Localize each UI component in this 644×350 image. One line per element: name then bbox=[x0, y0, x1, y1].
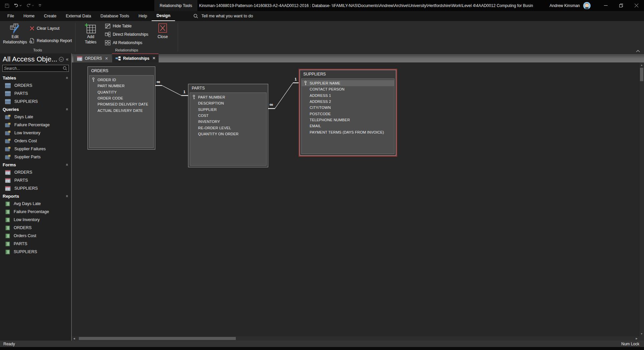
ribbon-tab-create[interactable]: Create bbox=[39, 11, 61, 21]
search-icon[interactable] bbox=[63, 66, 67, 70]
sidebar-item-queries-orders-cost[interactable]: Orders Cost bbox=[0, 137, 71, 145]
sidebar-item-queries-days-late[interactable]: Days Late bbox=[0, 113, 71, 121]
field-row-quantity[interactable]: QUANTITY bbox=[90, 89, 153, 95]
sidebar-item-forms-orders[interactable]: ORDERS bbox=[0, 168, 71, 176]
table-window-title[interactable]: ORDERS bbox=[88, 67, 155, 75]
table-window-title[interactable]: PARTS bbox=[188, 84, 268, 93]
relationships-canvas[interactable]: ∞1∞1 ▲ ▼ ORDERSORDER IDPART NUMBERQUANTI… bbox=[72, 62, 644, 336]
close-tab-icon[interactable]: ✕ bbox=[105, 56, 108, 61]
sidebar-item-forms-parts[interactable]: PARTS bbox=[0, 176, 71, 184]
field-row-quantity-on-order[interactable]: QUANTITY ON ORDER bbox=[190, 131, 266, 137]
field-row-contact-person[interactable]: CONTACT PERSON bbox=[302, 86, 394, 92]
sidebar-item-queries-supplier-failures[interactable]: Supplier Failures bbox=[0, 145, 71, 153]
hide-table-button[interactable]: Hide Table bbox=[105, 22, 148, 30]
collapse-section-icon[interactable]: » bbox=[64, 164, 69, 166]
search-input[interactable] bbox=[4, 66, 63, 71]
field-row-email[interactable]: EMAIL bbox=[302, 123, 394, 129]
table-window-parts[interactable]: PARTSPART NUMBERDESCRIPTIONSUPPLIERCOSTI… bbox=[188, 84, 268, 167]
sidebar-item-tables-orders[interactable]: ORDERS bbox=[0, 81, 71, 90]
vertical-scrollbar[interactable]: ▲ ▼ bbox=[639, 62, 644, 336]
edit-relationships-button[interactable]: EditRelationships bbox=[2, 22, 28, 44]
field-row-part-number[interactable]: PART NUMBER bbox=[90, 83, 153, 89]
sidebar-item-reports-orders[interactable]: ORDERS bbox=[0, 224, 71, 232]
sidebar-item-reports-parts[interactable]: PARTS bbox=[0, 240, 71, 248]
field-row-postcode[interactable]: POSTCODE bbox=[302, 111, 394, 117]
field-row-address-1[interactable]: ADDRESS 1 bbox=[302, 93, 394, 99]
field-row-order-code[interactable]: ORDER CODE bbox=[90, 95, 153, 101]
collapse-section-icon[interactable]: » bbox=[64, 108, 69, 111]
field-row-telephone-number[interactable]: TELEPHONE NUMBER bbox=[302, 117, 394, 123]
scroll-left-icon[interactable]: ◀ bbox=[72, 336, 76, 341]
field-row-promised-delivery-date[interactable]: PROMISED DELIVERY DATE bbox=[90, 101, 153, 107]
undo-icon[interactable] bbox=[14, 3, 22, 8]
add-tables-button[interactable]: AddTables bbox=[77, 22, 104, 44]
relationship-line-1[interactable] bbox=[275, 83, 293, 109]
collapse-ribbon-icon[interactable] bbox=[636, 50, 640, 52]
minimize-icon[interactable] bbox=[598, 0, 613, 11]
nav-section-header-tables[interactable]: Tables» bbox=[0, 74, 71, 81]
redo-icon[interactable] bbox=[26, 3, 34, 8]
ribbon-tab-external-data[interactable]: External Data bbox=[61, 11, 96, 21]
ribbon-tab-file[interactable]: File bbox=[3, 11, 19, 21]
shutter-close-icon[interactable]: « bbox=[66, 56, 68, 62]
scroll-down-icon[interactable]: ▼ bbox=[639, 331, 644, 336]
sidebar-item-reports-orders-cost[interactable]: Orders Cost bbox=[0, 232, 71, 240]
document-tab-relationships[interactable]: Relationships✕ bbox=[112, 53, 159, 62]
nav-menu-dropdown-icon[interactable] bbox=[59, 57, 64, 62]
nav-section-header-forms[interactable]: Forms» bbox=[0, 161, 71, 168]
ribbon-tab-home[interactable]: Home bbox=[19, 11, 39, 21]
field-row-order-id[interactable]: ORDER ID bbox=[90, 77, 153, 83]
sidebar-item-queries-low-inventory[interactable]: Low Inventory bbox=[0, 129, 71, 137]
sidebar-item-reports-avg-days-late[interactable]: Avg Days Late bbox=[0, 200, 71, 208]
account-user-name[interactable]: Andrew Kinsman bbox=[549, 3, 580, 8]
sidebar-item-reports-low-inventory[interactable]: Low Inventory bbox=[0, 216, 71, 224]
collapse-section-icon[interactable]: » bbox=[64, 77, 69, 79]
field-row-inventory[interactable]: INVENTORY bbox=[190, 119, 266, 125]
save-icon[interactable] bbox=[5, 3, 9, 8]
all-relationships-button[interactable]: All Relationships bbox=[105, 39, 148, 46]
vertical-scroll-thumb[interactable] bbox=[640, 68, 643, 81]
close-button[interactable]: Close bbox=[150, 22, 176, 39]
field-row-cost[interactable]: COST bbox=[190, 113, 266, 119]
scroll-up-icon[interactable]: ▲ bbox=[639, 62, 644, 67]
table-window-title[interactable]: SUPPLIERS bbox=[300, 70, 396, 78]
tell-me-search[interactable]: Tell me what you want to do bbox=[193, 11, 253, 21]
field-row-city-town[interactable]: CITY/TOWN bbox=[302, 105, 394, 111]
close-tab-icon[interactable]: ✕ bbox=[152, 56, 155, 60]
field-row-re-order-level[interactable]: RE-ORDER LEVEL bbox=[190, 125, 266, 131]
ribbon-tab-design[interactable]: Design bbox=[152, 11, 175, 21]
sidebar-item-reports-suppliers[interactable]: SUPPLIERS bbox=[0, 248, 71, 256]
table-window-orders[interactable]: ORDERSORDER IDPART NUMBERQUANTITYORDER C… bbox=[88, 66, 155, 150]
field-row-actual-delivery-date[interactable]: ACTUAL DELIVERY DATE bbox=[90, 107, 153, 113]
document-tab-orders[interactable]: ORDERS✕ bbox=[73, 54, 112, 62]
sidebar-item-forms-suppliers[interactable]: SUPPLIERS bbox=[0, 184, 71, 192]
horizontal-scroll-thumb[interactable] bbox=[79, 337, 236, 340]
sidebar-item-tables-suppliers[interactable]: SUPPLIERS bbox=[0, 98, 71, 106]
sidebar-item-queries-supplier-parts[interactable]: Supplier Parts bbox=[0, 153, 71, 161]
nav-search-box[interactable] bbox=[2, 65, 69, 72]
sidebar-item-reports-failure-percentage[interactable]: Failure Percentage bbox=[0, 208, 71, 216]
ribbon-tab-database-tools[interactable]: Database Tools bbox=[96, 11, 134, 21]
contextual-tab-header[interactable]: Relationship Tools bbox=[154, 0, 197, 11]
scroll-right-icon[interactable]: ▶ bbox=[634, 336, 639, 341]
restore-icon[interactable] bbox=[613, 0, 629, 11]
relationship-line-0[interactable] bbox=[162, 85, 181, 96]
nav-section-header-queries[interactable]: Queries» bbox=[0, 106, 71, 113]
sidebar-item-queries-failure-percentage[interactable]: Failure Percentage bbox=[0, 121, 71, 129]
horizontal-scrollbar[interactable]: ◀ ▶ bbox=[72, 336, 644, 341]
field-row-supplier[interactable]: SUPPLIER bbox=[190, 107, 266, 113]
field-row-description[interactable]: DESCRIPTION bbox=[190, 100, 266, 106]
avatar[interactable] bbox=[583, 2, 591, 9]
ribbon-tab-help[interactable]: Help bbox=[134, 11, 152, 21]
direct-relationships-button[interactable]: Direct Relationships bbox=[105, 31, 148, 38]
nav-section-header-reports[interactable]: Reports» bbox=[0, 192, 71, 200]
clear-layout-button[interactable]: Clear Layout bbox=[29, 25, 72, 32]
relationship-report-button[interactable]: Relationship Report bbox=[29, 37, 72, 44]
field-row-supplier-name[interactable]: SUPPLIER NAME bbox=[302, 80, 394, 86]
sidebar-item-tables-parts[interactable]: PARTS bbox=[0, 90, 71, 98]
close-icon[interactable] bbox=[629, 0, 644, 11]
field-row-payment-terms-days-from-invoice[interactable]: PAYMENT TERMS (DAYS FROM INVOICE) bbox=[302, 129, 394, 135]
collapse-section-icon[interactable]: » bbox=[64, 195, 69, 197]
field-row-part-number[interactable]: PART NUMBER bbox=[190, 94, 266, 100]
field-row-address-2[interactable]: ADDRESS 2 bbox=[302, 99, 394, 105]
